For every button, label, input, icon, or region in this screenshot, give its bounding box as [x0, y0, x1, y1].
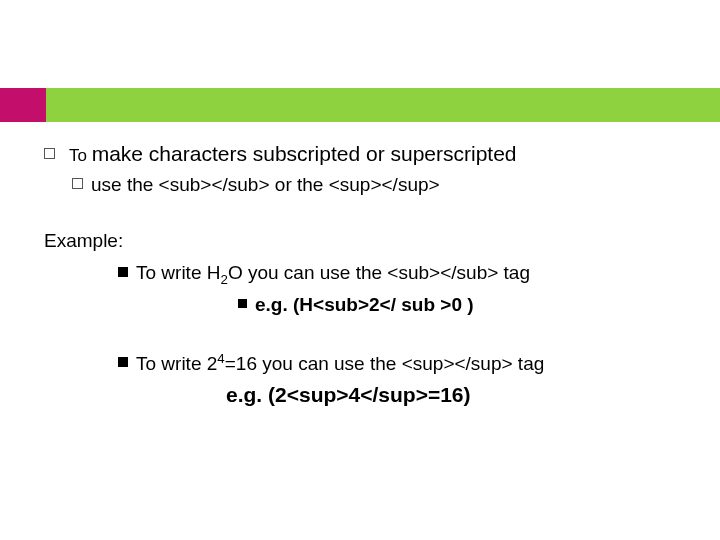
main-bullet-sub-row: use the <sub></sub> or the <sup></sup> — [72, 172, 690, 198]
title-band — [0, 88, 720, 122]
filled-square-icon — [118, 267, 128, 277]
example-list: To write H2O you can use the <sub></sub>… — [118, 260, 690, 410]
filled-square-icon — [118, 357, 128, 367]
main-bullet-line2: use the <sub></sub> or the <sup></sup> — [91, 172, 440, 198]
eg-row: e.g. (2<sup>4</sup>=16) — [226, 381, 690, 409]
slide-body: To make characters subscripted or supers… — [44, 140, 690, 409]
eg-text: e.g. (2<sup>4</sup>=16) — [226, 381, 471, 409]
list-item: To write H2O you can use the <sub></sub>… — [118, 260, 690, 289]
hollow-square-icon — [44, 148, 55, 159]
list-item: To write 24=16 you can use the <sup></su… — [118, 350, 690, 377]
hollow-square-icon — [72, 178, 83, 189]
title-accent — [0, 88, 46, 122]
main-bullet-row: To make characters subscripted or supers… — [44, 140, 690, 168]
example-label: Example: — [44, 228, 690, 254]
eg-row: e.g. (H<sub>2</ sub >0 ) — [238, 292, 690, 318]
main-bullet-line1: To make characters subscripted or supers… — [69, 140, 517, 168]
item-text: To write H2O you can use the <sub></sub>… — [136, 260, 530, 289]
filled-square-icon — [238, 299, 247, 308]
main-bullet-to: To — [69, 146, 92, 165]
item-text: To write 24=16 you can use the <sup></su… — [136, 350, 544, 377]
eg-text: e.g. (H<sub>2</ sub >0 ) — [255, 292, 474, 318]
main-bullet-rest: make characters subscripted or superscri… — [92, 142, 517, 165]
